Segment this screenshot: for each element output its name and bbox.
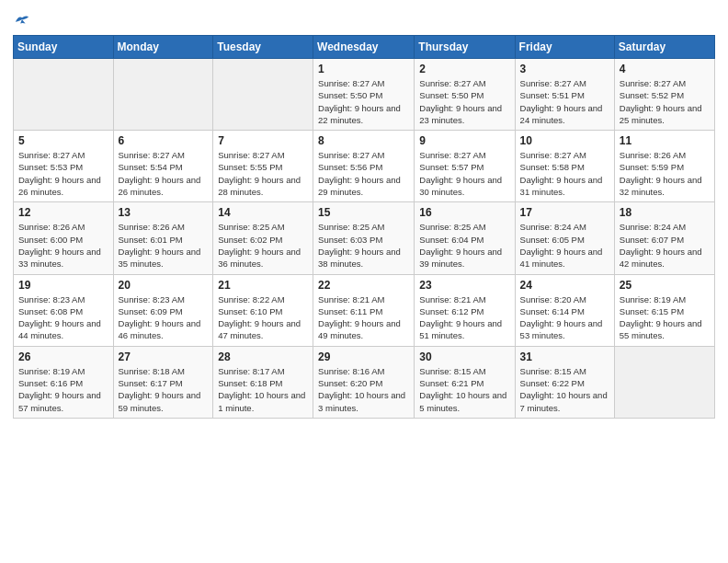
weekday-header-sunday: Sunday: [14, 36, 114, 59]
day-number: 5: [18, 134, 108, 147]
day-number: 30: [419, 350, 509, 363]
day-info: Sunrise: 8:16 AM Sunset: 6:20 PM Dayligh…: [318, 365, 409, 414]
calendar-cell: 6Sunrise: 8:27 AM Sunset: 5:54 PM Daylig…: [113, 131, 213, 202]
calendar-cell: 18Sunrise: 8:24 AM Sunset: 6:07 PM Dayli…: [614, 202, 714, 274]
day-info: Sunrise: 8:21 AM Sunset: 6:11 PM Dayligh…: [318, 293, 409, 342]
calendar-cell: 26Sunrise: 8:19 AM Sunset: 6:16 PM Dayli…: [14, 346, 114, 418]
day-number: 28: [218, 350, 308, 363]
day-info: Sunrise: 8:25 AM Sunset: 6:02 PM Dayligh…: [218, 221, 308, 270]
day-number: 16: [419, 206, 509, 219]
day-number: 10: [520, 134, 609, 147]
header: [13, 9, 715, 28]
day-info: Sunrise: 8:27 AM Sunset: 5:53 PM Dayligh…: [18, 149, 108, 198]
day-info: Sunrise: 8:20 AM Sunset: 6:14 PM Dayligh…: [520, 293, 609, 342]
calendar-cell: 15Sunrise: 8:25 AM Sunset: 6:03 PM Dayli…: [313, 202, 415, 274]
day-info: Sunrise: 8:25 AM Sunset: 6:04 PM Dayligh…: [419, 221, 509, 270]
page: SundayMondayTuesdayWednesdayThursdayFrid…: [0, 0, 728, 563]
calendar-cell: 3Sunrise: 8:27 AM Sunset: 5:51 PM Daylig…: [515, 59, 614, 131]
calendar-cell: 29Sunrise: 8:16 AM Sunset: 6:20 PM Dayli…: [313, 346, 415, 418]
logo: [13, 13, 30, 28]
day-number: 2: [419, 63, 509, 75]
day-info: Sunrise: 8:27 AM Sunset: 5:50 PM Dayligh…: [318, 77, 409, 126]
day-info: Sunrise: 8:24 AM Sunset: 6:05 PM Dayligh…: [520, 221, 609, 270]
day-info: Sunrise: 8:27 AM Sunset: 5:54 PM Dayligh…: [119, 149, 209, 198]
day-number: 1: [318, 63, 409, 75]
calendar-cell: 25Sunrise: 8:19 AM Sunset: 6:15 PM Dayli…: [614, 274, 714, 346]
calendar-cell: 28Sunrise: 8:17 AM Sunset: 6:18 PM Dayli…: [213, 346, 313, 418]
calendar-cell: 16Sunrise: 8:25 AM Sunset: 6:04 PM Dayli…: [415, 202, 515, 274]
day-number: 15: [318, 206, 409, 219]
day-number: 4: [620, 63, 710, 75]
day-number: 13: [119, 206, 209, 219]
calendar-cell: 4Sunrise: 8:27 AM Sunset: 5:52 PM Daylig…: [614, 59, 714, 131]
calendar-cell: [213, 59, 313, 131]
calendar-cell: 14Sunrise: 8:25 AM Sunset: 6:02 PM Dayli…: [213, 202, 313, 274]
calendar-cell: 5Sunrise: 8:27 AM Sunset: 5:53 PM Daylig…: [14, 131, 114, 202]
calendar-cell: 8Sunrise: 8:27 AM Sunset: 5:56 PM Daylig…: [313, 131, 415, 202]
day-info: Sunrise: 8:25 AM Sunset: 6:03 PM Dayligh…: [318, 221, 409, 270]
calendar-cell: 30Sunrise: 8:15 AM Sunset: 6:21 PM Dayli…: [415, 346, 515, 418]
calendar-cell: 12Sunrise: 8:26 AM Sunset: 6:00 PM Dayli…: [14, 202, 114, 274]
day-number: 26: [18, 350, 108, 363]
day-number: 14: [218, 206, 308, 219]
weekday-header-friday: Friday: [515, 36, 614, 59]
day-info: Sunrise: 8:27 AM Sunset: 5:50 PM Dayligh…: [419, 77, 509, 126]
calendar-cell: 22Sunrise: 8:21 AM Sunset: 6:11 PM Dayli…: [313, 274, 415, 346]
day-info: Sunrise: 8:22 AM Sunset: 6:10 PM Dayligh…: [218, 293, 308, 342]
day-number: 12: [18, 206, 108, 219]
day-info: Sunrise: 8:19 AM Sunset: 6:16 PM Dayligh…: [18, 365, 108, 414]
calendar-cell: 23Sunrise: 8:21 AM Sunset: 6:12 PM Dayli…: [415, 274, 515, 346]
day-number: 22: [318, 279, 409, 292]
day-info: Sunrise: 8:19 AM Sunset: 6:15 PM Dayligh…: [620, 293, 710, 342]
day-info: Sunrise: 8:23 AM Sunset: 6:09 PM Dayligh…: [119, 293, 209, 342]
weekday-header-saturday: Saturday: [614, 36, 714, 59]
day-number: 25: [620, 279, 710, 292]
calendar-cell: 9Sunrise: 8:27 AM Sunset: 5:57 PM Daylig…: [415, 131, 515, 202]
calendar-cell: 17Sunrise: 8:24 AM Sunset: 6:05 PM Dayli…: [515, 202, 614, 274]
day-info: Sunrise: 8:15 AM Sunset: 6:21 PM Dayligh…: [419, 365, 509, 414]
day-number: 11: [620, 134, 710, 147]
day-info: Sunrise: 8:26 AM Sunset: 5:59 PM Dayligh…: [620, 149, 710, 198]
calendar-cell: 31Sunrise: 8:15 AM Sunset: 6:22 PM Dayli…: [515, 346, 614, 418]
day-info: Sunrise: 8:27 AM Sunset: 5:57 PM Dayligh…: [419, 149, 509, 198]
day-info: Sunrise: 8:26 AM Sunset: 6:00 PM Dayligh…: [18, 221, 108, 270]
calendar-table: SundayMondayTuesdayWednesdayThursdayFrid…: [13, 35, 715, 419]
day-number: 27: [119, 350, 209, 363]
day-number: 19: [18, 279, 108, 292]
calendar-cell: 13Sunrise: 8:26 AM Sunset: 6:01 PM Dayli…: [113, 202, 213, 274]
day-info: Sunrise: 8:27 AM Sunset: 5:51 PM Dayligh…: [520, 77, 609, 126]
weekday-header-monday: Monday: [113, 36, 213, 59]
day-number: 29: [318, 350, 409, 363]
calendar-cell: 21Sunrise: 8:22 AM Sunset: 6:10 PM Dayli…: [213, 274, 313, 346]
day-info: Sunrise: 8:27 AM Sunset: 5:52 PM Dayligh…: [620, 77, 710, 126]
calendar-week-row: 26Sunrise: 8:19 AM Sunset: 6:16 PM Dayli…: [14, 346, 715, 418]
day-number: 31: [520, 350, 609, 363]
day-number: 20: [119, 279, 209, 292]
day-info: Sunrise: 8:17 AM Sunset: 6:18 PM Dayligh…: [218, 365, 308, 414]
logo-bird-icon: [14, 13, 30, 26]
day-info: Sunrise: 8:24 AM Sunset: 6:07 PM Dayligh…: [620, 221, 710, 270]
day-info: Sunrise: 8:27 AM Sunset: 5:56 PM Dayligh…: [318, 149, 409, 198]
day-info: Sunrise: 8:27 AM Sunset: 5:55 PM Dayligh…: [218, 149, 308, 198]
calendar-cell: 24Sunrise: 8:20 AM Sunset: 6:14 PM Dayli…: [515, 274, 614, 346]
day-number: 8: [318, 134, 409, 147]
weekday-header-wednesday: Wednesday: [313, 36, 415, 59]
day-info: Sunrise: 8:18 AM Sunset: 6:17 PM Dayligh…: [119, 365, 209, 414]
calendar-cell: 10Sunrise: 8:27 AM Sunset: 5:58 PM Dayli…: [515, 131, 614, 202]
calendar-cell: [614, 346, 714, 418]
calendar-cell: 2Sunrise: 8:27 AM Sunset: 5:50 PM Daylig…: [415, 59, 515, 131]
calendar-week-row: 19Sunrise: 8:23 AM Sunset: 6:08 PM Dayli…: [14, 274, 715, 346]
day-number: 21: [218, 279, 308, 292]
weekday-header-tuesday: Tuesday: [213, 36, 313, 59]
calendar-cell: [14, 59, 114, 131]
day-number: 6: [119, 134, 209, 147]
day-info: Sunrise: 8:27 AM Sunset: 5:58 PM Dayligh…: [520, 149, 609, 198]
calendar-cell: 7Sunrise: 8:27 AM Sunset: 5:55 PM Daylig…: [213, 131, 313, 202]
day-number: 17: [520, 206, 609, 219]
calendar-cell: 20Sunrise: 8:23 AM Sunset: 6:09 PM Dayli…: [113, 274, 213, 346]
calendar-cell: 19Sunrise: 8:23 AM Sunset: 6:08 PM Dayli…: [14, 274, 114, 346]
day-number: 18: [620, 206, 710, 219]
day-info: Sunrise: 8:26 AM Sunset: 6:01 PM Dayligh…: [119, 221, 209, 270]
day-number: 7: [218, 134, 308, 147]
calendar-cell: 1Sunrise: 8:27 AM Sunset: 5:50 PM Daylig…: [313, 59, 415, 131]
